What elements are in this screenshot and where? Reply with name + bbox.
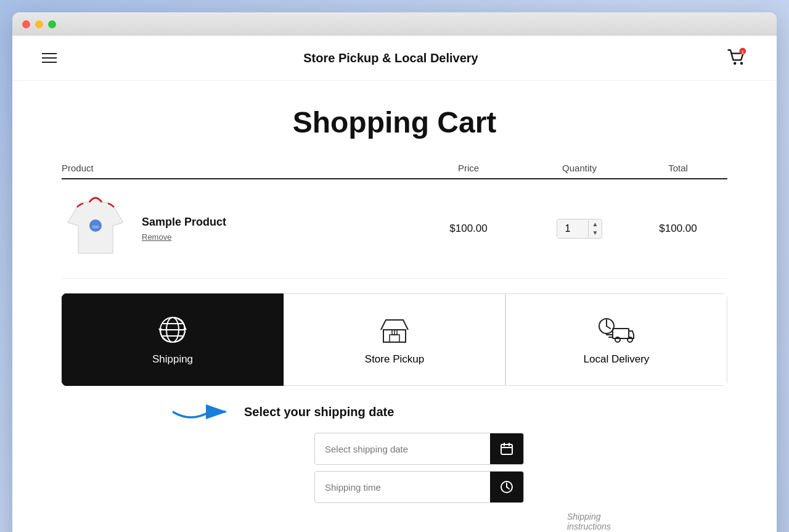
hamburger-menu-button[interactable] (42, 53, 57, 63)
col-total: Total (629, 163, 727, 173)
app-header: Store Pickup & Local Delivery 1 (12, 36, 777, 81)
cart-icon: 1 (725, 46, 747, 68)
date-field-row (314, 433, 524, 465)
delivery-option-shipping[interactable]: Shipping (62, 293, 284, 386)
shipping-date-input[interactable] (315, 435, 490, 463)
product-price: $100.00 (407, 223, 530, 235)
shipping-label: Shipping (152, 353, 193, 366)
svg-text:ODD: ODD (92, 225, 99, 229)
quantity-cell: ▲ ▼ (530, 219, 629, 239)
col-quantity: Quantity (530, 163, 629, 173)
remove-button[interactable]: Remove (142, 232, 226, 242)
delivery-option-store-pickup[interactable]: Store Pickup (284, 293, 505, 386)
store-pickup-label: Store Pickup (365, 353, 424, 366)
cart-row: ODD Sample Product Remove $100.00 ▲ ▼ (62, 179, 727, 279)
product-image: ODD (62, 192, 129, 266)
quantity-stepper[interactable]: ▲ ▼ (557, 219, 603, 239)
shipping-time-input[interactable] (315, 473, 490, 501)
quantity-up-button[interactable]: ▲ (589, 220, 602, 229)
browser-dot-yellow[interactable] (35, 20, 43, 28)
cart-table-header: Product Price Quantity Total (62, 158, 727, 179)
local-delivery-icon (598, 314, 635, 346)
browser-dot-red[interactable] (22, 20, 30, 28)
col-product: Product (62, 163, 407, 173)
time-field-row (314, 471, 524, 503)
app-content: Store Pickup & Local Delivery 1 Shopping… (12, 36, 777, 532)
shipping-date-title: Select your shipping date (244, 405, 394, 419)
store-icon (378, 314, 411, 346)
svg-rect-20 (613, 329, 629, 338)
delivery-section: Shipping Store Pickup (12, 279, 777, 386)
svg-rect-14 (390, 335, 399, 342)
svg-line-19 (607, 326, 610, 329)
globe-icon (157, 314, 189, 346)
delivery-options: Shipping Store Pickup (62, 293, 727, 386)
arrow-icon (173, 401, 234, 423)
local-delivery-label: Local Delivery (584, 353, 650, 366)
col-price: Price (407, 163, 530, 173)
clock-icon (500, 480, 513, 494)
shipping-date-header: Select your shipping date (62, 401, 727, 423)
arrow-indicator (173, 401, 244, 423)
delivery-option-local-delivery[interactable]: Local Delivery (505, 293, 727, 386)
calendar-icon (500, 442, 513, 456)
svg-line-33 (507, 487, 509, 489)
svg-point-0 (734, 62, 737, 65)
page-title: Shopping Cart (12, 105, 777, 139)
product-total: $100.00 (629, 223, 727, 235)
browser-titlebar (12, 12, 777, 36)
quantity-arrows: ▲ ▼ (588, 220, 602, 237)
date-input-wrap: Shipping instructions goes here! (314, 433, 524, 532)
quantity-input[interactable] (557, 219, 588, 238)
quantity-down-button[interactable]: ▼ (589, 229, 602, 237)
svg-rect-27 (501, 444, 512, 454)
clock-button[interactable] (490, 472, 523, 502)
page-title-section: Shopping Cart (12, 81, 777, 158)
header-title: Store Pickup & Local Delivery (303, 51, 478, 65)
browser-dot-green[interactable] (48, 20, 56, 28)
browser-window: Store Pickup & Local Delivery 1 Shopping… (12, 12, 777, 532)
calendar-button[interactable] (490, 433, 523, 464)
product-name: Sample Product (142, 216, 226, 229)
svg-point-1 (740, 62, 743, 65)
svg-marker-11 (183, 326, 187, 330)
cart-icon-button[interactable]: 1 (725, 46, 747, 70)
cart-product-cell: ODD Sample Product Remove (62, 192, 407, 266)
cart-section: Product Price Quantity Total (12, 158, 777, 279)
shipping-date-section: Select your shipping date (12, 401, 777, 532)
svg-text:1: 1 (742, 50, 744, 54)
product-info: Sample Product Remove (142, 216, 226, 242)
